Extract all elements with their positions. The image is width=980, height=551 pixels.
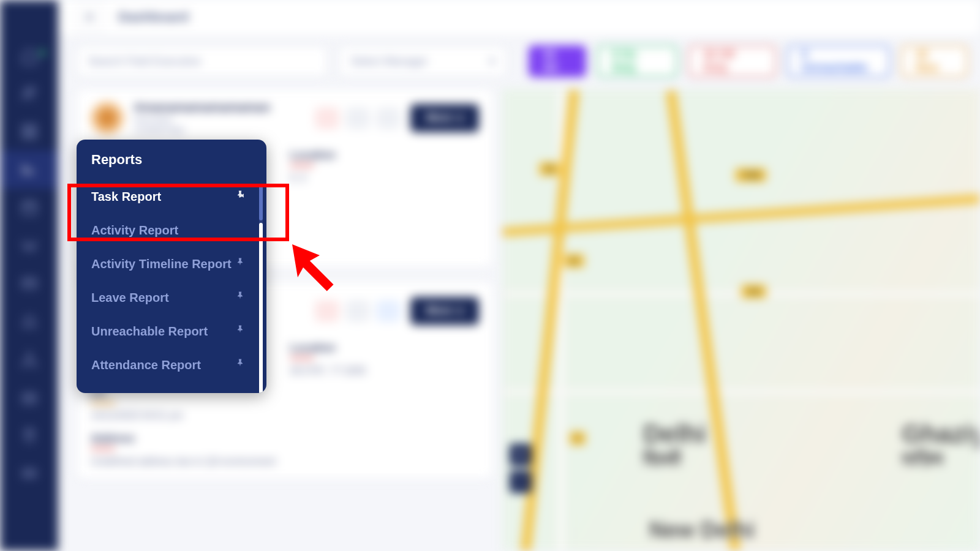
svg-rect-5 bbox=[31, 133, 36, 138]
more-button[interactable]: More▾ bbox=[410, 104, 479, 132]
nav-camera-icon[interactable] bbox=[0, 378, 58, 416]
sidebar bbox=[0, 0, 58, 551]
svg-rect-13 bbox=[23, 470, 36, 477]
more-button[interactable]: More▾ bbox=[410, 297, 479, 325]
filter-onduty-button[interactable]: 0 On Duty bbox=[597, 45, 677, 77]
select-manager-dropdown[interactable]: Select Manager ▾ bbox=[339, 46, 506, 77]
status-chip-red bbox=[315, 300, 339, 322]
svg-rect-2 bbox=[23, 126, 28, 130]
select-manager-label: Select Manager bbox=[350, 55, 428, 68]
status-chip-blue bbox=[376, 300, 401, 322]
reports-popover: Reports Task Report Activity Report . Ac… bbox=[77, 140, 266, 393]
report-item-attendance[interactable]: Attendance Report bbox=[77, 348, 260, 382]
nav-bell-icon[interactable] bbox=[0, 302, 58, 340]
page-title: Dashboard bbox=[118, 9, 189, 25]
svg-point-0 bbox=[24, 88, 29, 94]
svg-rect-4 bbox=[23, 133, 28, 138]
report-item-label: Unreachable Report bbox=[91, 324, 208, 339]
filter-offduty-button[interactable]: 32 Off Duty bbox=[688, 45, 775, 77]
filter-row: Search Field Executive Select Manager ▾ … bbox=[77, 43, 968, 80]
nav-w-icon[interactable] bbox=[0, 227, 58, 264]
nav-org-icon[interactable] bbox=[0, 340, 58, 378]
nav-grid-icon[interactable] bbox=[0, 113, 58, 151]
hwy-shield: 9 bbox=[570, 432, 586, 445]
menu-button[interactable] bbox=[75, 3, 104, 31]
nav-card-icon[interactable] bbox=[0, 264, 58, 302]
pin-icon bbox=[235, 324, 246, 339]
pin-icon bbox=[235, 291, 246, 305]
annotation-arrow bbox=[287, 239, 342, 294]
location-label: Location bbox=[290, 149, 479, 162]
svg-rect-11 bbox=[23, 394, 36, 403]
annotation-highlight bbox=[67, 184, 289, 241]
map-panel[interactable]: 48 44 709B 334 9 Delhi दिल्ली New Delhi … bbox=[502, 89, 980, 551]
svg-point-10 bbox=[32, 363, 36, 366]
report-item-unreachable[interactable]: Unreachable Report bbox=[77, 315, 260, 348]
address-value: Undefined address due to QA environment bbox=[91, 456, 479, 467]
hwy-shield: 44 bbox=[564, 254, 584, 268]
exec-role: executive bbox=[134, 114, 305, 125]
scroll-thumb[interactable] bbox=[259, 223, 263, 393]
location-label: Location bbox=[290, 342, 479, 354]
topbar: Dashboard bbox=[58, 0, 980, 34]
svg-point-8 bbox=[28, 353, 31, 356]
nav-reports-icon[interactable] bbox=[0, 151, 58, 189]
hwy-shield: 334 bbox=[741, 285, 766, 298]
location-value: 0, 0 bbox=[290, 173, 479, 184]
svg-point-14 bbox=[28, 472, 31, 475]
more-label: More bbox=[426, 111, 453, 124]
reports-header: Reports bbox=[77, 140, 266, 180]
exec-number: 1234567890 bbox=[134, 125, 305, 135]
city-label: Delhi दिल्ली bbox=[643, 419, 706, 470]
svg-point-9 bbox=[23, 363, 26, 366]
nav-trash-icon[interactable] bbox=[0, 416, 58, 454]
nav-calendar-icon[interactable] bbox=[0, 189, 58, 227]
search-executive-input[interactable]: Search Field Executive bbox=[77, 46, 328, 77]
lu-value: 14/12/2023 04:51 pm bbox=[91, 410, 280, 421]
nav-home-icon[interactable] bbox=[0, 37, 58, 75]
report-item-label: Activity Timeline Report bbox=[91, 257, 232, 271]
location-value: 28.5797, 77.3205 bbox=[290, 365, 479, 377]
svg-point-1 bbox=[31, 88, 35, 92]
nav-money-icon[interactable] bbox=[0, 454, 58, 492]
report-item-label: Leave Report bbox=[91, 291, 169, 305]
city-label: New Delhi bbox=[649, 517, 755, 543]
filter-all-button[interactable]: 34 All bbox=[529, 45, 586, 77]
report-item-label: Attendance Report bbox=[91, 358, 201, 372]
nav-users-icon[interactable] bbox=[0, 75, 58, 113]
filter-unreachable-button[interactable]: 0 Unreachable bbox=[787, 45, 891, 77]
report-item-leave[interactable]: Leave Report bbox=[77, 281, 260, 315]
chevron-down-icon: ▾ bbox=[489, 54, 495, 68]
city-label: Ghaziy ग़ाज़िय bbox=[902, 419, 980, 470]
address-label: Address bbox=[91, 432, 479, 445]
status-chip-red bbox=[315, 107, 339, 129]
svg-rect-6 bbox=[23, 203, 36, 214]
report-item-activity-timeline[interactable]: Activity Timeline Report bbox=[77, 247, 260, 281]
hwy-shield: 48 bbox=[539, 162, 560, 176]
map-zoom-out[interactable]: − bbox=[510, 471, 532, 493]
status-chip-grey bbox=[345, 300, 370, 322]
svg-rect-7 bbox=[23, 279, 36, 288]
status-chip-grey2 bbox=[376, 107, 401, 129]
hwy-shield: 709B bbox=[735, 168, 766, 182]
pin-icon bbox=[235, 358, 246, 372]
svg-marker-15 bbox=[292, 244, 334, 291]
svg-point-12 bbox=[27, 396, 31, 400]
filter-new-button[interactable]: 32 New bbox=[901, 45, 968, 77]
map-zoom-in[interactable]: + bbox=[510, 444, 532, 466]
exec-name: Amanamamamamaman bbox=[134, 100, 305, 114]
svg-rect-3 bbox=[31, 126, 36, 130]
more-label: More bbox=[426, 304, 453, 317]
pin-icon bbox=[235, 257, 246, 271]
status-chip-grey bbox=[345, 107, 370, 129]
avatar bbox=[91, 102, 124, 135]
